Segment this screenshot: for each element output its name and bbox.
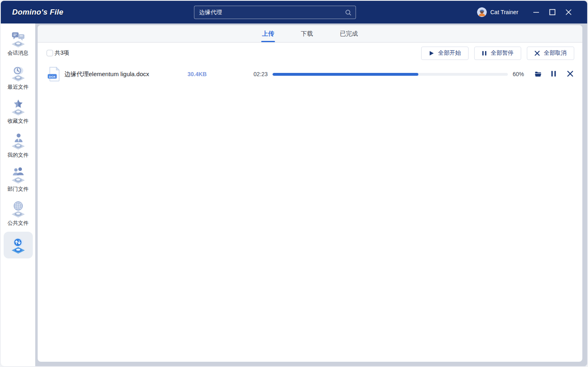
transfer-row[interactable]: DOX 边缘代理elementum ligula.docx 30.4KB 02:…	[47, 65, 574, 83]
tab-upload[interactable]: 上传	[261, 25, 275, 42]
avatar[interactable]	[477, 7, 487, 17]
app-window: Domino's File Cat Trainer	[0, 0, 588, 367]
pause-all-label: 全部暂停	[491, 49, 513, 57]
docx-file-icon: DOX	[47, 67, 60, 81]
main-area: 上传 下载 已完成 共3项 全部开始	[35, 23, 587, 366]
sidebar-item-label: 公共文件	[8, 220, 29, 226]
sidebar-item-label: 部门文件	[8, 186, 29, 192]
app-body: 会话消息 最近文件	[1, 23, 587, 366]
sidebar-item-label: 最近文件	[8, 84, 29, 90]
start-all-button[interactable]: 全部开始	[421, 47, 469, 60]
file-size: 30.4KB	[187, 71, 235, 77]
cancel-all-button[interactable]: 全部取消	[527, 47, 574, 60]
public-globe-icon	[9, 200, 28, 218]
selection-count-label: 共3项	[55, 49, 69, 57]
sidebar-item-transfer-list[interactable]	[4, 232, 33, 258]
file-name: 边缘代理elementum ligula.docx	[64, 70, 187, 78]
cancel-all-label: 全部取消	[544, 49, 567, 57]
transfer-arrows-icon	[9, 236, 28, 254]
sidebar-item-favorite-files[interactable]: 收藏文件	[4, 95, 33, 128]
pause-transfer-icon[interactable]	[551, 70, 558, 78]
progress-bar	[273, 73, 508, 76]
titlebar-right: Cat Trainer	[477, 5, 577, 19]
toolbar: 共3项 全部开始 全部暂停	[38, 43, 582, 61]
sidebar-item-department-files[interactable]: 部门文件	[4, 163, 33, 196]
sidebar-item-label: 收藏文件	[8, 118, 29, 124]
select-all: 共3项	[47, 49, 69, 57]
sidebar: 会话消息 最近文件	[1, 23, 35, 366]
time-remaining: 02:23	[235, 71, 268, 77]
close-button[interactable]	[560, 5, 577, 19]
sidebar-item-label: 会话消息	[8, 50, 29, 56]
maximize-button[interactable]	[544, 5, 560, 19]
row-actions	[535, 70, 574, 78]
tab-download[interactable]: 下载	[300, 25, 314, 42]
sidebar-item-my-files[interactable]: 我的文件	[4, 129, 33, 162]
transfer-list: DOX 边缘代理elementum ligula.docx 30.4KB 02:…	[38, 61, 582, 362]
cancel-transfer-icon[interactable]	[567, 70, 574, 78]
window-controls	[528, 5, 577, 19]
tab-completed[interactable]: 已完成	[339, 25, 359, 42]
progress-percent: 60%	[513, 71, 528, 77]
open-folder-icon[interactable]	[535, 70, 542, 78]
start-all-label: 全部开始	[438, 49, 461, 57]
transfer-panel: 上传 下载 已完成 共3项 全部开始	[38, 25, 582, 362]
favorites-star-icon	[9, 98, 28, 116]
tabbar: 上传 下载 已完成	[38, 25, 582, 43]
sidebar-item-label: 我的文件	[8, 152, 29, 158]
svg-text:DOX: DOX	[49, 75, 55, 79]
progress-fill	[273, 73, 418, 76]
sidebar-item-chat-messages[interactable]: 会话消息	[4, 27, 33, 60]
search-box[interactable]	[194, 6, 356, 19]
minimize-button[interactable]	[528, 5, 544, 19]
my-files-person-icon	[9, 132, 28, 150]
user-name[interactable]: Cat Trainer	[490, 9, 518, 15]
pause-all-button[interactable]: 全部暂停	[474, 47, 521, 60]
pause-icon	[482, 51, 487, 56]
search-icon[interactable]	[345, 9, 352, 16]
select-all-checkbox[interactable]	[47, 50, 53, 56]
sidebar-item-recent-files[interactable]: 最近文件	[4, 61, 33, 94]
play-icon	[429, 51, 434, 56]
toolbar-buttons: 全部开始 全部暂停 全部取消	[421, 47, 574, 60]
department-people-icon	[9, 166, 28, 184]
app-title: Domino's File	[12, 8, 63, 17]
recent-clock-icon	[9, 64, 28, 82]
sidebar-item-public-files[interactable]: 公共文件	[4, 197, 33, 230]
chat-messages-icon	[9, 30, 28, 48]
search-input[interactable]	[199, 9, 345, 16]
close-icon	[535, 51, 540, 56]
titlebar: Domino's File Cat Trainer	[1, 1, 587, 23]
